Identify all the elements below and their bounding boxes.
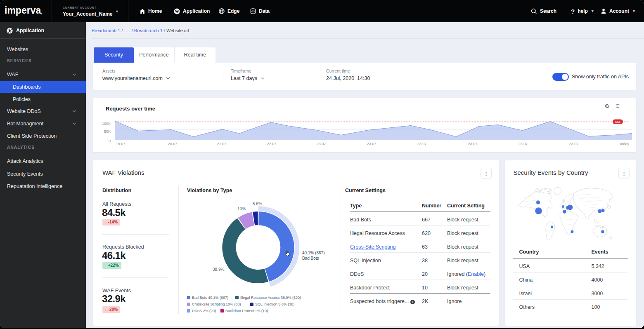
svg-text:SSL: SSL [615, 120, 620, 123]
svg-text:19.07: 19.07 [116, 141, 125, 146]
svg-text:22.07: 22.07 [267, 141, 277, 146]
svg-text:50K: 50K [104, 129, 111, 133]
svg-text:23.07: 23.07 [367, 141, 376, 146]
svg-text:21.07: 21.07 [217, 141, 227, 146]
svg-text:23.07: 23.07 [519, 141, 528, 146]
svg-text:23.07: 23.07 [317, 141, 326, 146]
svg-text:23.07: 23.07 [569, 141, 579, 146]
svg-text:0: 0 [109, 139, 111, 143]
svg-text:100K: 100K [102, 122, 111, 126]
svg-text:Today: Today [619, 141, 630, 146]
svg-text:20.07: 20.07 [168, 141, 178, 146]
svg-text:23.07: 23.07 [417, 141, 427, 146]
svg-text:23.07: 23.07 [468, 141, 478, 146]
